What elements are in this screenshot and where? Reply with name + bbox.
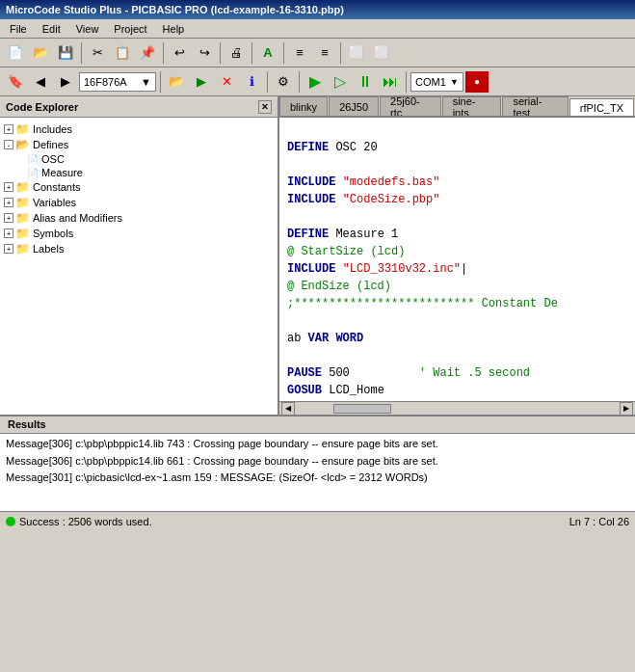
menu-edit[interactable]: Edit	[37, 22, 66, 36]
compile-button[interactable]: A	[256, 42, 279, 64]
tree-item-labels[interactable]: + 📁 Labels	[4, 241, 274, 256]
com-port-dropdown[interactable]: COM1 ▼	[410, 72, 463, 92]
status-position: Ln 7 : Col 26	[569, 516, 629, 527]
label-measure: Measure	[41, 167, 83, 178]
code-line-1	[287, 121, 627, 139]
expand-labels[interactable]: +	[4, 244, 13, 254]
tab-serial-test[interactable]: serial-test	[502, 96, 568, 116]
folder-icon-labels: 📁	[15, 242, 30, 255]
editor-h-scrollbar[interactable]: ◀ ▶	[279, 401, 635, 415]
expand-symbols[interactable]: +	[4, 228, 13, 238]
align-left-button[interactable]: ⬜	[345, 42, 368, 64]
scroll-track	[295, 404, 620, 414]
expand-variables[interactable]: +	[4, 198, 13, 207]
menu-view[interactable]: View	[70, 22, 105, 36]
label-constants: Constants	[33, 181, 81, 193]
sep6	[340, 42, 341, 64]
align-right-button[interactable]: ⬜	[370, 42, 393, 64]
folder-icon-alias: 📁	[15, 211, 30, 225]
results-content: Message[306] c:\pbp\pbppic14.lib 743 : C…	[0, 434, 635, 511]
tabs-bar: blinky 26J50 25j60-rtc sine-ints serial-…	[279, 96, 635, 118]
settings-button[interactable]: ⚙	[272, 71, 295, 93]
result-msg-2: Message[306] c:\pbp\pbppic14.lib 661 : C…	[6, 453, 629, 470]
tree-item-alias[interactable]: + 📁 Alias and Modifiers	[4, 210, 274, 226]
stop-button[interactable]: ✕	[215, 71, 238, 93]
tab-26j50[interactable]: 26J50	[329, 96, 379, 116]
bookmark-button[interactable]: 🔖	[4, 71, 27, 93]
sep9	[299, 71, 300, 93]
tree-item-measure[interactable]: 📄 Measure	[4, 166, 274, 179]
scroll-thumb[interactable]	[333, 404, 391, 414]
sep10	[406, 71, 407, 93]
expand-alias[interactable]: +	[4, 213, 13, 223]
menu-project[interactable]: Project	[108, 22, 152, 36]
code-editor[interactable]: DEFINE OSC 20 INCLUDE "modedefs.bas" INC…	[279, 118, 635, 401]
code-line-8: @ StartSize (lcd)	[287, 243, 627, 260]
explorer-close-button[interactable]: ✕	[258, 100, 272, 114]
expand-includes[interactable]: +	[4, 124, 13, 134]
tree-item-variables[interactable]: + 📁 Variables	[4, 195, 274, 210]
tab-sine-ints[interactable]: sine-ints	[442, 96, 502, 116]
toolbar-2: 🔖 ◀ ▶ 16F876A ▼ 📂 ▶ ✕ ℹ ⚙ ▶ ▷ ⏸ ⏭ COM1 ▼…	[0, 67, 635, 96]
label-symbols: Symbols	[33, 228, 73, 239]
open-button[interactable]: 📂	[29, 42, 52, 64]
save-button[interactable]: 💾	[54, 42, 77, 64]
code-line-6	[287, 208, 627, 226]
scroll-left-btn[interactable]: ◀	[281, 402, 295, 416]
results-title: Results	[8, 418, 46, 430]
copy-button[interactable]: 📋	[111, 42, 134, 64]
sep3	[220, 42, 221, 64]
menu-bar: File Edit View Project Help	[0, 19, 635, 39]
connect-button[interactable]: ●	[465, 71, 489, 93]
results-section: Results Message[306] c:\pbp\pbppic14.lib…	[0, 415, 635, 511]
result-msg-3: Message[301] c:\picbasic\lcd-ex~1.asm 15…	[6, 470, 629, 487]
tree-item-osc[interactable]: 📄 OSC	[4, 152, 274, 166]
menu-file[interactable]: File	[4, 22, 33, 36]
tree-item-defines[interactable]: - 📂 Defines	[4, 137, 274, 152]
outdent-button[interactable]: ≡	[313, 42, 336, 64]
code-line-2: DEFINE OSC 20	[287, 139, 627, 156]
menu-help[interactable]: Help	[157, 22, 191, 36]
paste-button[interactable]: 📌	[136, 42, 159, 64]
chip-dropdown[interactable]: 16F876A ▼	[79, 72, 156, 92]
status-bar: Success : 2506 words used. Ln 7 : Col 26	[0, 511, 635, 530]
nav-fwd-button[interactable]: ▶	[54, 71, 77, 93]
folder-icon-includes: 📁	[15, 122, 30, 136]
open2-button[interactable]: 📂	[165, 71, 188, 93]
cut-button[interactable]: ✂	[86, 42, 109, 64]
redo-button[interactable]: ↪	[193, 42, 216, 64]
run-button[interactable]: ▶	[190, 71, 213, 93]
info-button[interactable]: ℹ	[240, 71, 263, 93]
code-line-13: ab VAR WORD	[287, 330, 627, 347]
status-indicator	[6, 517, 15, 526]
play-button[interactable]: ▶	[304, 71, 327, 93]
code-line-14	[287, 347, 627, 364]
scroll-right-btn[interactable]: ▶	[620, 402, 633, 416]
indent-button[interactable]: ≡	[288, 42, 311, 64]
code-line-15: PAUSE 500 ' Wait .5 second	[287, 364, 627, 382]
sep8	[267, 71, 268, 93]
label-labels: Labels	[33, 243, 64, 255]
expand-defines[interactable]: -	[4, 140, 13, 149]
pause-button[interactable]: ⏸	[354, 71, 377, 93]
tab-blinky[interactable]: blinky	[279, 96, 328, 116]
sep5	[283, 42, 284, 64]
nav-back-button[interactable]: ◀	[29, 71, 52, 93]
step-button[interactable]: ⏭	[379, 71, 402, 93]
tree-item-constants[interactable]: + 📁 Constants	[4, 179, 274, 195]
tab-25j60-rtc[interactable]: 25j60-rtc	[380, 96, 441, 116]
play2-button[interactable]: ▷	[329, 71, 352, 93]
code-line-4: INCLUDE "modedefs.bas"	[287, 174, 627, 191]
expand-constants[interactable]: +	[4, 182, 13, 192]
folder-icon-variables: 📁	[15, 196, 30, 209]
code-line-3	[287, 156, 627, 174]
tab-rfpic[interactable]: rfPIC_TX	[569, 98, 634, 118]
folder-icon-defines: 📂	[15, 138, 30, 151]
label-variables: Variables	[33, 197, 76, 208]
tree-item-includes[interactable]: + 📁 Includes	[4, 121, 274, 137]
undo-button[interactable]: ↩	[168, 42, 191, 64]
print-button[interactable]: 🖨	[225, 42, 248, 64]
new-button[interactable]: 📄	[4, 42, 27, 64]
explorer-tree: + 📁 Includes - 📂 Defines 📄 OSC 📄	[0, 118, 278, 415]
tree-item-symbols[interactable]: + 📁 Symbols	[4, 226, 274, 241]
